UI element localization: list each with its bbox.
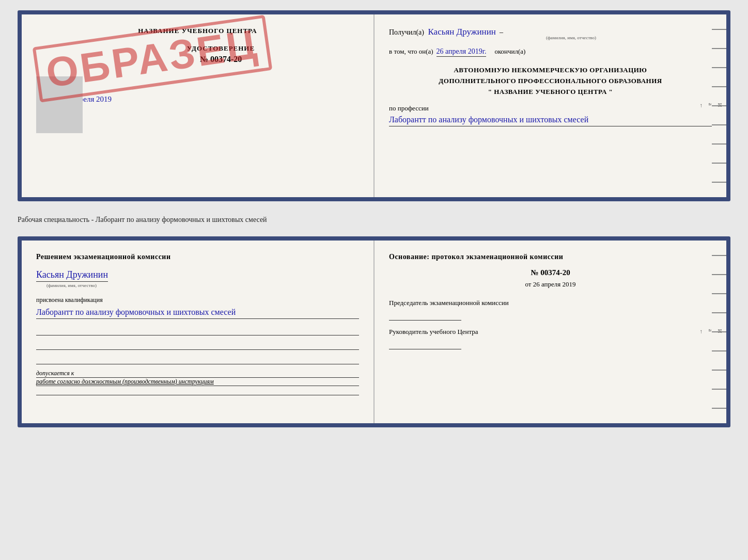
spine-line — [712, 143, 726, 145]
po-professii-label: по профессии — [389, 104, 429, 112]
kvalifikaciya: Лаборантт по анализу формовочных и шихто… — [36, 306, 359, 319]
vtom-prefix: в том, что он(а) — [389, 47, 433, 56]
spine-letters-2: И а ← — [698, 329, 723, 335]
spine-line — [712, 312, 726, 313]
spine-lines-1: И а ← — [712, 14, 726, 197]
spine-letter-i2: И — [717, 329, 723, 335]
osnovanie-title: Основание: протокол экзаменационной коми… — [389, 253, 712, 261]
avt-line1: АВТОНОМНУЮ НЕКОММЕРЧЕСКУЮ ОРГАНИЗАЦИЮ — [389, 65, 712, 76]
spine-line — [712, 293, 726, 294]
avt-line2: ДОПОЛНИТЕЛЬНОГО ПРОФЕССИОНАЛЬНОГО ОБРАЗО… — [389, 76, 712, 87]
poluchil-name: Касьян Дружинин — [428, 27, 495, 37]
avt-line3: " НАЗВАНИЕ УЧЕБНОГО ЦЕНТРА " — [389, 87, 712, 98]
mp-label: М.П. — [36, 113, 359, 121]
doc1-left-panel: НАЗВАНИЕ УЧЕБНОГО ЦЕНТРА УДОСТОВЕРЕНИЕ №… — [22, 14, 375, 197]
familiya-label-2: (фамилия, имя, отчество) — [46, 283, 359, 288]
ot-prefix: от — [525, 280, 531, 288]
vydano-line: Выдано 26 апреля 2019 — [36, 95, 359, 104]
photo-placeholder — [36, 76, 83, 133]
udostoverenie-block: УДОСТОВЕРЕНИЕ № 00374-20 — [83, 44, 359, 64]
doc2-left-panel: Решением экзаменационной комиссии Касьян… — [22, 241, 375, 423]
doc1-title: НАЗВАНИЕ УЧЕБНОГО ЦЕНТРА — [36, 27, 359, 35]
spine-line — [712, 389, 726, 390]
separator-text: Рабочая специальность - Лаборант по анал… — [18, 211, 730, 227]
underline-3 — [36, 355, 359, 364]
okonchil-label: окончил(а) — [494, 47, 525, 56]
spine-lines-2: И а ← — [712, 241, 726, 423]
kasyan-name: Касьян Дружинин — [36, 269, 108, 282]
rukovoditel-label: Руководитель учебного Центра — [389, 328, 712, 336]
dash-1: – — [500, 28, 503, 36]
underline-1 — [36, 326, 359, 335]
predsedatel-signature — [389, 311, 461, 321]
avt-block: АВТОНОМНУЮ НЕКОММЕРЧЕСКУЮ ОРГАНИЗАЦИЮ ДО… — [389, 65, 712, 97]
dopuskaetsya-block: допускается к работе согласно должностны… — [36, 370, 359, 395]
doc2-right-panel: Основание: протокол экзаменационной коми… — [375, 241, 726, 423]
protocol-num: № 00374-20 — [389, 268, 712, 277]
professiya-1: Лаборантт по анализу формовочных и шихто… — [389, 114, 712, 126]
document-card-2: Решением экзаменационной комиссии Касьян… — [18, 236, 730, 427]
rukovoditel-signature — [389, 340, 461, 349]
ot-date-value: 26 апреля 2019 — [533, 280, 576, 288]
spine-letter-a: а — [708, 103, 714, 109]
spine-line — [712, 350, 726, 351]
spine-line — [712, 124, 726, 125]
rukovoditel-block: Руководитель учебного Центра — [389, 328, 712, 349]
spine-letter-arrow2: ← — [698, 329, 705, 335]
dopuskaetsya-label: допускается к — [36, 370, 359, 378]
dopuskaetsya-text: работе согласно должностным (производств… — [36, 378, 359, 386]
udostoverenie-number: № 00374-20 — [83, 55, 359, 64]
spine-line — [712, 67, 726, 68]
spine-line — [712, 48, 726, 49]
doc1-right-panel: Получил(а) Касьян Дружинин – (фамилия, и… — [375, 14, 726, 197]
resheniem-title: Решением экзаменационной комиссии — [36, 253, 359, 261]
page-wrapper: НАЗВАНИЕ УЧЕБНОГО ЦЕНТРА УДОСТОВЕРЕНИЕ №… — [18, 10, 730, 427]
predsedatel-block: Председатель экзаменационной комиссии — [389, 299, 712, 321]
spine-letter-a2: а — [708, 329, 714, 335]
po-professii-block: по профессии Лаборантт по анализу формов… — [389, 104, 712, 126]
spine-line — [712, 182, 726, 183]
kasyan-name-block: Касьян Дружинин (фамилия, имя, отчество) — [36, 269, 359, 288]
vtom-date: 26 апреля 2019г. — [437, 47, 487, 57]
spine-line — [712, 29, 726, 30]
prisvoena-label: присвоена квалификация — [36, 296, 359, 304]
underline-2 — [36, 341, 359, 350]
poluchil-prefix: Получил(а) — [389, 28, 424, 36]
spine-letter-arrow: ← — [698, 103, 705, 109]
underline-4 — [36, 386, 359, 395]
spine-line — [712, 370, 726, 371]
document-card-1: НАЗВАНИЕ УЧЕБНОГО ЦЕНТРА УДОСТОВЕРЕНИЕ №… — [18, 10, 730, 201]
predsedatel-label: Председатель экзаменационной комиссии — [389, 299, 712, 307]
spine-line — [712, 163, 726, 164]
spine-letters: И а ← — [698, 103, 723, 109]
udostoverenie-label: УДОСТОВЕРЕНИЕ — [83, 44, 359, 53]
spine-line — [712, 274, 726, 275]
vtom-line: в том, что он(а) 26 апреля 2019г. окончи… — [389, 47, 712, 57]
ot-date: от 26 апреля 2019 — [389, 280, 712, 289]
spine-line — [712, 255, 726, 256]
poluchil-line: Получил(а) Касьян Дружинин – (фамилия, и… — [389, 27, 712, 40]
underlines-block — [36, 326, 359, 364]
spine-line — [712, 86, 726, 87]
spine-letter-i: И — [717, 103, 723, 109]
spine-line — [712, 408, 726, 409]
